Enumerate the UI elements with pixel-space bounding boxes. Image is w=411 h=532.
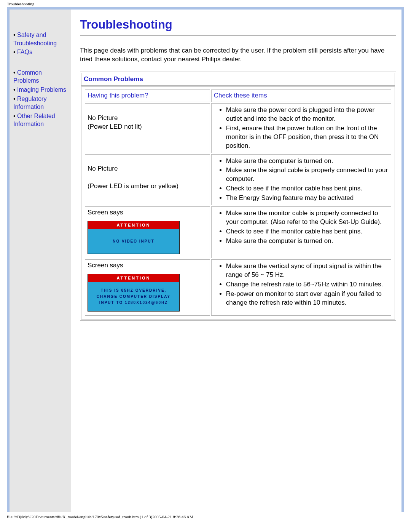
main-content: Troubleshooting This page deals with pro… — [71, 10, 401, 512]
screen-says-label: Screen says — [88, 261, 207, 270]
sidebar-item-other[interactable]: • Other Related Information — [13, 112, 68, 128]
problems-table-outer: Common Problems Having this problem? Che… — [80, 72, 396, 321]
page-frame: • Safety and Troubleshooting • FAQs • Co… — [7, 7, 404, 512]
check-item: Make sure the computer is turned on. — [226, 157, 389, 166]
footer-path: file:///D|/My%20Documents/dfu/X_model/en… — [0, 512, 411, 521]
check-item: Check to see if the monitor cable has be… — [226, 184, 389, 193]
osd-title: ATTENTION — [88, 274, 179, 282]
column-header-problem: Having this problem? — [85, 89, 210, 102]
problem-text: No Picture — [88, 165, 118, 172]
osd-line: CHANGE COMPUTER DISPLAY — [97, 294, 171, 299]
link-imaging-problems[interactable]: Imaging Problems — [17, 86, 66, 93]
check-cell: Make sure the vertical sync of input sig… — [211, 259, 391, 316]
sidebar-item-imaging[interactable]: • Imaging Problems — [13, 86, 68, 94]
link-regulatory[interactable]: Regulatory Information — [13, 96, 46, 110]
check-item: Re-power on monitor to start over again … — [226, 290, 389, 307]
column-header-check: Check these items — [211, 89, 391, 102]
check-item: Make sure the power cord is plugged into… — [226, 106, 389, 123]
osd-screenshot: ATTENTION NO VIDEO INPUT — [88, 221, 180, 254]
check-item: Make sure the computer is turned on. — [226, 237, 389, 246]
sidebar-item-common[interactable]: • Common Problems — [13, 69, 68, 85]
problems-table: Having this problem? Check these items N… — [84, 88, 392, 317]
link-safety[interactable]: Safety and Troubleshooting — [13, 32, 57, 46]
osd-line: THIS IS 85HZ OVERDRIVE, — [101, 288, 167, 292]
table-row: No Picture (Power LED is amber or yellow… — [85, 154, 391, 206]
check-item: Make sure the signal cable is properly c… — [226, 166, 389, 184]
problem-cell: Screen says ATTENTION NO VIDEO INPUT — [85, 206, 210, 258]
section-heading-common-problems: Common Problems — [81, 73, 395, 86]
check-cell: Make sure the power cord is plugged into… — [211, 103, 391, 153]
link-common-problems[interactable]: Common Problems — [13, 69, 42, 84]
link-faqs[interactable]: FAQs — [17, 49, 32, 55]
sidebar-item-faqs[interactable]: • FAQs — [13, 48, 68, 56]
osd-body: NO VIDEO INPUT — [88, 229, 179, 254]
check-cell: Make sure the computer is turned on. Mak… — [211, 154, 391, 206]
problem-text: (Power LED not lit) — [88, 123, 142, 130]
link-other-related[interactable]: Other Related Information — [13, 113, 55, 128]
table-row: Screen says ATTENTION THIS IS 85HZ OVERD… — [85, 259, 391, 316]
check-item: First, ensure that the power button on t… — [226, 124, 389, 150]
page-title: Troubleshooting — [80, 18, 396, 32]
problem-text: (Power LED is amber or yellow) — [88, 182, 178, 190]
check-item: Change the refresh rate to 56~75Hz withi… — [226, 280, 389, 289]
osd-title: ATTENTION — [88, 221, 179, 229]
problem-cell: No Picture (Power LED is amber or yellow… — [85, 154, 210, 206]
screen-says-label: Screen says — [88, 208, 207, 217]
sidebar-item-safety[interactable]: • Safety and Troubleshooting — [13, 31, 68, 47]
table-row: No Picture (Power LED not lit) Make sure… — [85, 103, 391, 153]
intro-paragraph: This page deals with problems that can b… — [80, 46, 396, 64]
sidebar: • Safety and Troubleshooting • FAQs • Co… — [10, 10, 71, 512]
check-item: The Energy Saving feature may be activat… — [226, 194, 389, 203]
table-row: Screen says ATTENTION NO VIDEO INPUT Mak… — [85, 206, 391, 258]
problem-cell: No Picture (Power LED not lit) — [85, 103, 210, 153]
check-item: Make sure the vertical sync of input sig… — [226, 262, 389, 280]
osd-screenshot: ATTENTION THIS IS 85HZ OVERDRIVE, CHANGE… — [88, 274, 180, 312]
check-item: Check to see if the monitor cable has be… — [226, 227, 389, 236]
osd-line: INPUT TO 1280X1024@60HZ — [99, 300, 168, 305]
sidebar-item-regulatory[interactable]: • Regulatory Information — [13, 95, 68, 111]
problem-cell: Screen says ATTENTION THIS IS 85HZ OVERD… — [85, 259, 210, 316]
problem-text: No Picture — [88, 114, 118, 121]
osd-body: THIS IS 85HZ OVERDRIVE, CHANGE COMPUTER … — [88, 282, 179, 311]
check-item: Make sure the monitor cable is properly … — [226, 209, 389, 227]
check-cell: Make sure the monitor cable is properly … — [211, 206, 391, 258]
browser-title-bar: Troubleshooting — [0, 0, 411, 7]
horizontal-rule — [80, 35, 396, 36]
